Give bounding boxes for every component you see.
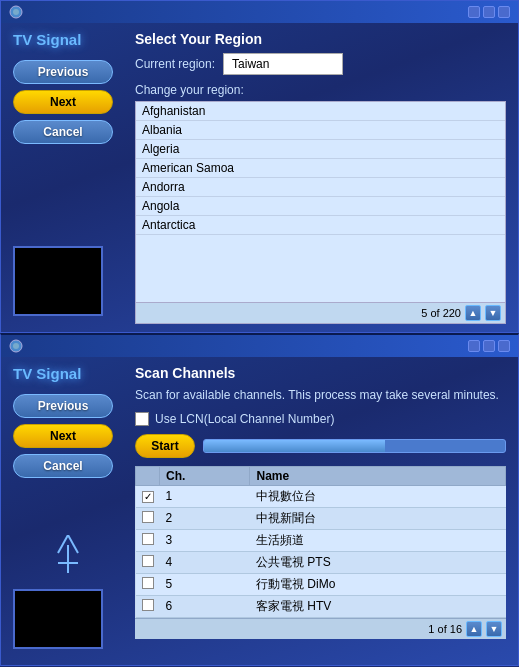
channels-pagination-footer: 1 of 16 ▲ ▼ — [135, 618, 506, 639]
channel-check-cell[interactable] — [136, 595, 160, 617]
close-btn-2[interactable] — [498, 340, 510, 352]
channel-checkbox[interactable] — [142, 511, 154, 523]
channel-name: 生活頻道 — [250, 529, 506, 551]
progress-bar-bg — [203, 439, 506, 453]
regions-up-btn[interactable]: ▲ — [465, 305, 481, 321]
channel-name: 公共電視 PTS — [250, 551, 506, 573]
minimize-btn-2[interactable] — [468, 340, 480, 352]
svg-line-4 — [58, 535, 68, 553]
sidebar-2: TV Signal Previous Next Cancel — [13, 365, 123, 657]
panel-title-2: TV Signal — [13, 365, 123, 382]
list-item[interactable]: American Samoa — [136, 159, 505, 178]
channels-pagination-text: 1 of 16 — [428, 623, 462, 635]
window-controls-2 — [468, 340, 510, 352]
channel-checkbox[interactable] — [142, 599, 154, 611]
table-row[interactable]: 5 行動電視 DiMo — [136, 573, 506, 595]
table-row[interactable]: 2 中視新聞台 — [136, 507, 506, 529]
start-row: Start — [135, 434, 506, 458]
table-row[interactable]: 6 客家電視 HTV — [136, 595, 506, 617]
channels-down-btn[interactable]: ▼ — [486, 621, 502, 637]
panel-2: TV Signal Previous Next Cancel Scan Chan… — [0, 333, 519, 666]
next-button-2[interactable]: Next — [13, 424, 113, 448]
section-title-1: Select Your Region — [135, 31, 506, 47]
channel-name: 中視數位台 — [250, 485, 506, 507]
table-row[interactable]: 3 生活頻道 — [136, 529, 506, 551]
close-btn[interactable] — [498, 6, 510, 18]
channel-name: 行動電視 DiMo — [250, 573, 506, 595]
main-content-2: Scan Channels Scan for available channel… — [135, 365, 506, 657]
channel-check-cell[interactable]: ✓ — [136, 485, 160, 507]
svg-point-3 — [13, 343, 19, 349]
table-row[interactable]: 4 公共電視 PTS — [136, 551, 506, 573]
lcn-checkbox[interactable] — [135, 412, 149, 426]
list-item[interactable]: Angola — [136, 197, 505, 216]
channel-check-cell[interactable] — [136, 551, 160, 573]
current-region-row: Current region: Taiwan — [135, 53, 506, 75]
channel-name: 客家電視 HTV — [250, 595, 506, 617]
current-region-value: Taiwan — [223, 53, 343, 75]
previous-button-2[interactable]: Previous — [13, 394, 113, 418]
channel-check-cell[interactable] — [136, 507, 160, 529]
panel-title-1: TV Signal — [13, 31, 123, 48]
channel-checkbox[interactable]: ✓ — [142, 491, 154, 503]
check-col-header — [136, 466, 160, 485]
list-item[interactable]: Andorra — [136, 178, 505, 197]
previous-button-1[interactable]: Previous — [13, 60, 113, 84]
panel-1: TV Signal Previous Next Cancel Select Yo… — [0, 0, 519, 333]
restore-btn-2[interactable] — [483, 340, 495, 352]
cancel-button-2[interactable]: Cancel — [13, 454, 113, 478]
sidebar-1: TV Signal Previous Next Cancel — [13, 31, 123, 324]
channels-up-btn[interactable]: ▲ — [466, 621, 482, 637]
channel-number: 2 — [160, 507, 250, 529]
ch-col-header: Ch. — [160, 466, 250, 485]
svg-line-5 — [68, 535, 78, 553]
table-row[interactable]: ✓ 1 中視數位台 — [136, 485, 506, 507]
cancel-button-1[interactable]: Cancel — [13, 120, 113, 144]
start-button[interactable]: Start — [135, 434, 195, 458]
channel-check-cell[interactable] — [136, 573, 160, 595]
antenna-icon — [13, 545, 123, 575]
preview-box-1 — [13, 246, 103, 316]
change-region-label: Change your region: — [135, 83, 506, 97]
regions-pagination-footer: 5 of 220 ▲ ▼ — [136, 302, 505, 323]
channel-name: 中視新聞台 — [250, 507, 506, 529]
regions-list-inner: Afghanistan Albania Algeria American Sam… — [136, 102, 505, 302]
svg-point-1 — [13, 9, 19, 15]
title-bar-1 — [1, 1, 518, 23]
restore-btn[interactable] — [483, 6, 495, 18]
regions-pagination-text: 5 of 220 — [421, 307, 461, 319]
next-button-1[interactable]: Next — [13, 90, 113, 114]
lcn-row: Use LCN(Local Channel Number) — [135, 412, 506, 426]
window-controls — [468, 6, 510, 18]
channels-container: Ch. Name ✓ 1 中視數位台 2 中視新聞台 3 — [135, 466, 506, 657]
channel-number: 3 — [160, 529, 250, 551]
lcn-label: Use LCN(Local Channel Number) — [155, 412, 334, 426]
list-item[interactable]: Antarctica — [136, 216, 505, 235]
section-title-2: Scan Channels — [135, 365, 506, 381]
channel-number: 1 — [160, 485, 250, 507]
channel-checkbox[interactable] — [142, 577, 154, 589]
app-icon-2 — [9, 339, 23, 353]
channel-number: 4 — [160, 551, 250, 573]
channel-number: 5 — [160, 573, 250, 595]
channel-checkbox[interactable] — [142, 533, 154, 545]
scan-description: Scan for available channels. This proces… — [135, 387, 506, 404]
title-bar-2 — [1, 335, 518, 357]
channel-number: 6 — [160, 595, 250, 617]
regions-down-btn[interactable]: ▼ — [485, 305, 501, 321]
list-item[interactable]: Algeria — [136, 140, 505, 159]
regions-list[interactable]: Afghanistan Albania Algeria American Sam… — [135, 101, 506, 324]
main-content-1: Select Your Region Current region: Taiwa… — [135, 31, 506, 324]
current-region-label: Current region: — [135, 57, 215, 71]
list-item[interactable]: Albania — [136, 121, 505, 140]
name-col-header: Name — [250, 466, 506, 485]
preview-box-2 — [13, 589, 103, 649]
minimize-btn[interactable] — [468, 6, 480, 18]
list-item[interactable]: Afghanistan — [136, 102, 505, 121]
app-icon — [9, 5, 23, 19]
channel-checkbox[interactable] — [142, 555, 154, 567]
progress-bar-fill — [204, 440, 385, 452]
channels-table: Ch. Name ✓ 1 中視數位台 2 中視新聞台 3 — [135, 466, 506, 618]
channel-check-cell[interactable] — [136, 529, 160, 551]
